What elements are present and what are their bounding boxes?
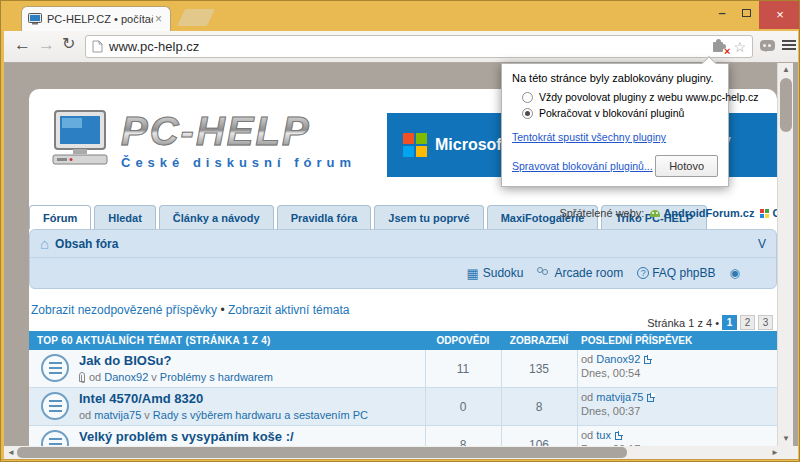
radio-always-allow[interactable]: Vždy povolovat pluginy z webu www.pc-hel… [522,91,718,103]
active-topics-link[interactable]: Zobrazit aktivní témata [228,303,349,317]
radio-selected-icon[interactable] [522,108,533,119]
topic-title-link[interactable]: Jak do BIOSu? [79,353,171,368]
plugin-blocked-popup: Na této stránce byly zablokovány pluginy… [501,63,729,187]
new-tab-button[interactable] [177,9,215,26]
tab-close-icon[interactable]: × [153,13,164,25]
faq-link[interactable]: ?FAQ phpBB [637,266,715,280]
manage-plugin-blocking-link[interactable]: Spravovat blokování pluginů... [512,160,653,172]
popup-message: Na této stránce byly zablokovány pluginy… [512,72,718,84]
unanswered-posts-link[interactable]: Zobrazit nezodpovězené příspěvky [31,303,217,317]
faq-question-icon: ? [637,267,649,279]
last-author-link[interactable]: Danox92 [596,353,640,365]
run-plugins-once-link[interactable]: Tentokrát spustit všechny pluginy [512,131,666,143]
url-text[interactable]: www.pc-help.cz [109,39,706,54]
topic-icon [41,392,69,420]
radio-unselected-icon[interactable] [522,92,533,103]
page-2-button[interactable]: 2 [740,315,755,330]
table-row[interactable]: ✱ Velký problém s vysypáním koše :/ od k… [29,426,777,446]
vertical-scrollbar[interactable]: ▲ ▼ [777,63,793,446]
jump-to-post-icon[interactable] [615,432,622,440]
breadcrumb[interactable]: Obsah fóra [55,237,758,251]
menu-icon[interactable] [782,40,796,52]
color-grid-icon [760,209,769,218]
replies-count: 11 [427,362,499,376]
views-count: 8 [503,400,575,414]
androidforum-link[interactable]: AndroidForum.cz [663,207,754,219]
back-icon[interactable]: ← [14,35,31,55]
jump-to-post-icon[interactable] [647,394,654,402]
friend-sites-label: Spřátelené weby: [559,207,644,219]
vertical-scroll-thumb[interactable] [780,78,792,132]
jump-to-post-icon[interactable] [644,356,651,364]
author-link[interactable]: matvija75 [94,409,141,421]
topic-subline: od Danox92 v Problémy s hardwarem [79,371,276,383]
reload-icon[interactable]: ↻ [62,34,75,53]
scroll-down-icon[interactable]: ▼ [778,432,794,446]
column-replies: ODPOVĚDI [427,335,499,346]
scroll-left-icon[interactable]: ◄ [4,446,18,459]
table-row[interactable]: Intel 4570/Amd 8320 od matvija75 v Rady … [29,388,777,426]
tab-forum[interactable]: Fórum [29,205,91,229]
viewlinks-separator: • [220,303,224,317]
tab-articles[interactable]: Články a návody [159,205,274,229]
minimize-button[interactable]: – [711,3,733,23]
android-icon [650,210,660,217]
logo-text: PC-HELP [121,109,356,153]
forum-header-panel: ⌂ Obsah fóra V ▦Sudoku Arcade room ?FAQ … [29,229,777,289]
plugin-blocked-icon[interactable]: × [712,39,727,54]
last-author-link[interactable]: matvija75 [596,391,643,403]
table-title: TOP 60 AKTUÁLNÍCH TÉMAT (STRÁNKA 1 Z 4) [37,335,271,346]
bookmark-star-icon[interactable]: ☆ [733,39,746,55]
radio-continue-blocking[interactable]: Pokračovat v blokování pluginů [522,107,718,119]
radio-always-allow-label: Vždy povolovat pluginy z webu www.pc-hel… [539,91,758,103]
tab-first-time[interactable]: Jsem tu poprvé [374,205,483,229]
forward-icon[interactable]: → [38,35,55,55]
sudoku-link[interactable]: ▦Sudoku [466,266,523,281]
tab-title: PC-HELP.CZ • počítačové [47,13,153,25]
quick-links-bar: ▦Sudoku Arcade room ?FAQ phpBB ◉ [30,258,776,288]
scroll-right-icon[interactable]: ► [768,446,782,459]
topic-title-link[interactable]: Intel 4570/Amd 8320 [79,391,203,406]
favicon-monitor-icon [28,13,42,25]
done-button[interactable]: Hotovo [655,155,718,177]
last-post-cell: od Danox92 Dnes, 00:54 [581,353,651,379]
logo-tagline: České diskusní fórum [121,155,356,170]
views-count: 106 [503,438,575,446]
maximize-button[interactable] [735,3,757,23]
topic-title-link[interactable]: Velký problém s vysypáním koše :/ [79,429,294,444]
address-bar[interactable]: www.pc-help.cz × ☆ [85,35,753,58]
eye-icon[interactable]: ◉ [730,266,740,280]
attachment-icon [79,372,85,382]
page-icon [92,40,103,53]
forum-link[interactable]: Rady s výběrem hardwaru a sestavením PC [153,409,368,421]
page-3-button[interactable]: 3 [758,315,773,330]
page-1-button[interactable]: 1 [722,315,737,330]
replies-count: 0 [427,400,499,414]
browser-window: PC-HELP.CZ • počítačové × – × ← → ↻ www.… [0,0,800,462]
arcade-room-link[interactable]: Arcade room [537,266,623,280]
last-post-time: Dnes, 00:54 [581,367,651,379]
last-post-cell: od matvija75 Dnes, 00:37 [581,391,654,417]
views-count: 135 [503,362,575,376]
tab-rules[interactable]: Pravidla fóra [277,205,372,229]
forum-link[interactable]: Problémy s hardwarem [160,371,273,383]
maximize-icon [742,9,751,17]
table-row[interactable]: Jak do BIOSu? od Danox92 v Problémy s ha… [29,350,777,388]
tab-search[interactable]: Hledat [94,205,156,229]
column-views: ZOBRAZENÍ [503,335,575,346]
scroll-up-icon[interactable]: ▲ [778,63,794,77]
horizontal-scroll-thumb[interactable] [17,447,627,458]
home-icon[interactable]: ⌂ [40,235,49,252]
title-bar: PC-HELP.CZ • počítačové × – × [1,1,799,31]
author-link[interactable]: Danox92 [104,371,148,383]
close-button[interactable]: × [759,1,800,29]
topics-table: TOP 60 AKTUÁLNÍCH TÉMAT (STRÁNKA 1 Z 4) … [29,331,777,446]
last-author-link[interactable]: tux [596,429,611,441]
sudoku-icon: ▦ [466,266,478,281]
notifications-icon[interactable] [760,40,775,51]
table-header: TOP 60 AKTUÁLNÍCH TÉMAT (STRÁNKA 1 Z 4) … [29,331,777,350]
arcade-people-icon [537,267,551,279]
horizontal-scrollbar[interactable]: ◄ ► [4,446,798,459]
browser-tab[interactable]: PC-HELP.CZ • počítačové × [21,6,171,31]
site-logo[interactable]: PC-HELP České diskusní fórum [51,109,356,170]
